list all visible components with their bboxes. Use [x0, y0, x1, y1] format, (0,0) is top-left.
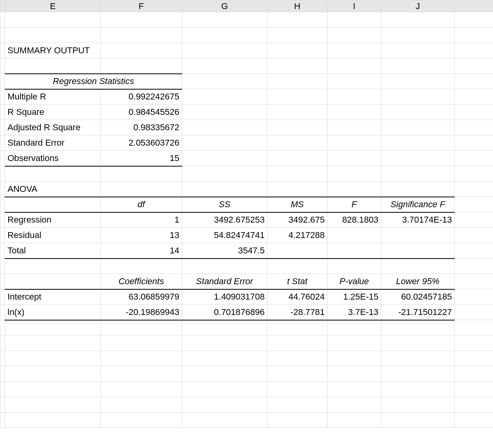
- table-row[interactable]: [0, 259, 493, 274]
- cell[interactable]: [381, 228, 455, 243]
- cell[interactable]: [381, 243, 455, 259]
- col-header-G[interactable]: G: [182, 0, 267, 12]
- coef-hdr-coef[interactable]: Coefficients: [101, 274, 182, 289]
- regstat-multiple-r-label[interactable]: Multiple R: [5, 89, 101, 105]
- cell[interactable]: 44.76024: [267, 289, 327, 305]
- cell[interactable]: 54.82474741: [182, 228, 267, 243]
- cell[interactable]: 14: [101, 243, 182, 259]
- col-header-E[interactable]: E: [5, 0, 101, 12]
- regstat-observations-value[interactable]: 15: [101, 151, 182, 166]
- table-row[interactable]: [0, 28, 493, 43]
- coef-hdr-p[interactable]: P-value: [327, 274, 381, 289]
- coef-intercept-row[interactable]: Intercept 63.06859979 1.409031708 44.760…: [0, 289, 493, 305]
- col-header-J[interactable]: J: [381, 0, 455, 12]
- regstat-std-error-label[interactable]: Standard Error: [5, 135, 101, 151]
- table-row[interactable]: [0, 382, 493, 397]
- cell[interactable]: Residual: [5, 228, 101, 243]
- table-row[interactable]: Adjusted R Square 0.98335672: [0, 120, 493, 135]
- anova-hdr-df[interactable]: df: [101, 197, 182, 212]
- cell[interactable]: ln(x): [5, 305, 101, 320]
- anova-hdr-f[interactable]: F: [327, 197, 381, 212]
- cell[interactable]: 1.409031708: [182, 289, 267, 305]
- corner-cell[interactable]: [0, 0, 5, 12]
- cell[interactable]: Total: [5, 243, 101, 259]
- cell[interactable]: 1.25E-15: [327, 289, 381, 305]
- table-row[interactable]: [0, 58, 493, 74]
- regstat-std-error-value[interactable]: 2.053603726: [101, 135, 182, 151]
- table-row[interactable]: [0, 397, 493, 412]
- anova-hdr-ms[interactable]: MS: [267, 197, 327, 212]
- anova-residual-row[interactable]: Residual 13 54.82474741 4.217288: [0, 228, 493, 243]
- cell[interactable]: [327, 243, 381, 259]
- cell[interactable]: 3492.675: [267, 212, 327, 228]
- coef-hdr-t[interactable]: t Stat: [267, 274, 327, 289]
- coef-lnx-row[interactable]: ln(x) -20.19869943 0.701876896 -28.7781 …: [0, 305, 493, 320]
- table-row[interactable]: R Square 0.984545526: [0, 105, 493, 120]
- table-row[interactable]: [0, 412, 493, 428]
- cell[interactable]: Regression: [5, 212, 101, 228]
- table-row[interactable]: Observations 15: [0, 151, 493, 166]
- col-header-I[interactable]: I: [327, 0, 381, 12]
- cell[interactable]: [267, 243, 327, 259]
- coef-hdr-se[interactable]: Standard Error: [182, 274, 267, 289]
- table-row[interactable]: Coefficients Standard Error t Stat P-val…: [0, 274, 493, 289]
- table-row[interactable]: [0, 351, 493, 366]
- cell[interactable]: 60.02457185: [381, 289, 455, 305]
- worksheet-grid[interactable]: E F G H I J SUMMARY OUTPUT Regression St…: [0, 0, 493, 428]
- regstat-multiple-r-value[interactable]: 0.992242675: [101, 89, 182, 105]
- cell[interactable]: 63.06859979: [101, 289, 182, 305]
- regstat-r-square-value[interactable]: 0.984545526: [101, 105, 182, 120]
- cell[interactable]: 3547.5: [182, 243, 267, 259]
- cell[interactable]: 3.70174E-13: [381, 212, 455, 228]
- cell[interactable]: -20.19869943: [101, 305, 182, 320]
- cell[interactable]: [327, 228, 381, 243]
- spreadsheet-view[interactable]: E F G H I J SUMMARY OUTPUT Regression St…: [0, 0, 493, 448]
- table-row[interactable]: [0, 166, 493, 182]
- cell[interactable]: 3.7E-13: [327, 305, 381, 320]
- table-row[interactable]: Multiple R 0.992242675: [0, 89, 493, 105]
- cell[interactable]: -21.71501227: [381, 305, 455, 320]
- table-row[interactable]: df SS MS F Significance F: [0, 197, 493, 212]
- cell[interactable]: 828.1803: [327, 212, 381, 228]
- regression-statistics-title[interactable]: Regression Statistics: [5, 74, 182, 89]
- summary-output-label[interactable]: SUMMARY OUTPUT: [5, 43, 101, 58]
- table-row[interactable]: [0, 336, 493, 351]
- coef-hdr-low95[interactable]: Lower 95%: [381, 274, 455, 289]
- regstat-observations-label[interactable]: Observations: [5, 151, 101, 166]
- anova-hdr-ss[interactable]: SS: [182, 197, 267, 212]
- cell[interactable]: 0.701876896: [182, 305, 267, 320]
- regstat-r-square-label[interactable]: R Square: [5, 105, 101, 120]
- col-header-F[interactable]: F: [101, 0, 182, 12]
- table-row[interactable]: Standard Error 2.053603726: [0, 135, 493, 151]
- cell[interactable]: 3492.675253: [182, 212, 267, 228]
- col-header-H[interactable]: H: [267, 0, 327, 12]
- table-row[interactable]: [0, 12, 493, 28]
- cell[interactable]: 4.217288: [267, 228, 327, 243]
- anova-hdr-sigf[interactable]: Significance F: [381, 197, 455, 212]
- anova-title[interactable]: ANOVA: [5, 182, 101, 197]
- cell[interactable]: 1: [101, 212, 182, 228]
- cell[interactable]: Intercept: [5, 289, 101, 305]
- table-row[interactable]: [0, 366, 493, 382]
- regstat-adj-r-square-value[interactable]: 0.98335672: [101, 120, 182, 135]
- regstat-adj-r-square-label[interactable]: Adjusted R Square: [5, 120, 101, 135]
- table-row[interactable]: ANOVA: [0, 182, 493, 197]
- table-row[interactable]: SUMMARY OUTPUT: [0, 43, 493, 58]
- cell[interactable]: -28.7781: [267, 305, 327, 320]
- col-header-tail[interactable]: [455, 0, 493, 12]
- anova-total-row[interactable]: Total 14 3547.5: [0, 243, 493, 259]
- table-row[interactable]: [0, 320, 493, 336]
- anova-regression-row[interactable]: Regression 1 3492.675253 3492.675 828.18…: [0, 212, 493, 228]
- table-row[interactable]: Regression Statistics: [0, 74, 493, 89]
- cell[interactable]: 13: [101, 228, 182, 243]
- column-header-row[interactable]: E F G H I J: [0, 0, 493, 12]
